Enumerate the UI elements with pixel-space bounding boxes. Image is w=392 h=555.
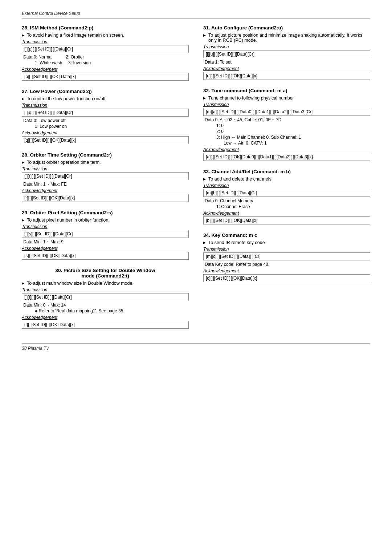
section-32-data-2: 2: 0 — [203, 129, 370, 134]
section-31-title: 31. Auto Configure (Command2:u) — [203, 25, 370, 31]
section-31: 31. Auto Configure (Command2:u) To adjus… — [203, 25, 370, 80]
section-27-ack-label: Acknowledgement — [22, 130, 189, 135]
section-27-data-0: Data 0: Low power off — [22, 118, 189, 123]
section-26-bullet: To avoid having a fixed image remain on … — [22, 33, 189, 38]
section-34-ack-code: [c][ ][Set ID][ ][OK][Data][x] — [203, 274, 370, 282]
section-26-ack-label: Acknowledgement — [22, 67, 189, 72]
section-33-ack-label: Acknowledgement — [203, 211, 370, 216]
section-30-title: 30. Picture Size Setting for Double Wind… — [22, 268, 189, 279]
page: External Control Device Setup 26. ISM Me… — [0, 0, 392, 555]
section-30: 30. Picture Size Setting for Double Wind… — [22, 268, 189, 329]
section-31-data-0: Data 1: To set — [203, 60, 370, 65]
section-34-bullet: To send IR remote key code — [203, 240, 370, 245]
section-30-ack-code: [t][ ][Set ID][ ][OK][Data][x] — [22, 321, 189, 329]
section-28: 28. Orbiter Time Setting (Command2:r) To… — [22, 152, 189, 202]
section-29-ack-code: [s][ ][Set ID][ ][OK][Data][x] — [22, 252, 189, 260]
section-32-data-0: Data 0: Air: 02 ~ 45, Cable: 01, 0E ~ 7D — [203, 117, 370, 122]
section-32-tx-code: [m][a][ ][Set ID][ ][Data0][ ][Data1][ ]… — [203, 108, 370, 116]
section-30-title-line1: 30. Picture Size Setting for Double Wind… — [55, 268, 155, 273]
section-27-tx-code: [j][q][ ][Set ID][ ][Data][Cr] — [22, 109, 189, 117]
section-26-ack-code: [p][ ][Set ID][ ][OK][Data][x] — [22, 73, 189, 81]
section-28-ack-label: Acknowledgement — [22, 188, 189, 193]
section-31-ack-code: [u][ ][Set ID][ ][OK][Data][x] — [203, 72, 370, 80]
section-28-bullet: To adjust orbiter operation time term. — [22, 160, 189, 165]
right-column: 31. Auto Configure (Command2:u) To adjus… — [203, 25, 370, 337]
section-30-data-1: ● Refer to 'Real data mapping1'. See pag… — [22, 308, 189, 313]
section-27-title: 27. Low Power (Command2:q) — [22, 89, 189, 94]
section-34-tx-code: [m][c][ ][Set ID][ ][Data][ ][Cr] — [203, 252, 370, 260]
section-27: 27. Low Power (Command2:q) To control th… — [22, 89, 189, 144]
section-26: 26. ISM Method (Command2:p) To avoid hav… — [22, 25, 189, 81]
section-29-tx-label: Transmission — [22, 224, 189, 229]
section-26-data-0: Data 0: Normal 2: Orbiter — [22, 54, 189, 60]
section-30-ack-label: Acknowledgement — [22, 315, 189, 320]
content: 26. ISM Method (Command2:p) To avoid hav… — [22, 25, 370, 337]
section-33-title: 33. Channel Add/Del (Command: m b) — [203, 169, 370, 174]
section-33-data-1: 1: Channel Erase — [203, 204, 370, 209]
section-34-data-0: Data Key code: Refer to page 40. — [203, 262, 370, 267]
section-29-ack-label: Acknowledgement — [22, 246, 189, 251]
section-30-tx-code: [j][t][ ][Set ID][ ][Data][Cr] — [22, 293, 189, 301]
section-30-bullet: To adjust main window size in Double Win… — [22, 281, 189, 286]
section-26-data-1: 1: White wash 3: Inversion — [22, 60, 189, 65]
section-32-data-1: 1: 0 — [203, 123, 370, 128]
section-29-title: 29. Orbiter Pixel Setting (Command2:s) — [22, 210, 189, 215]
section-33-ack-code: [b][ ][Set ID][ ][OK][Data][x] — [203, 216, 370, 224]
section-30-tx-label: Transmission — [22, 287, 189, 292]
section-28-title: 28. Orbiter Time Setting (Command2:r) — [22, 152, 189, 158]
section-32-data-4: Low → Air: 0, CATV: 1 — [203, 141, 370, 146]
section-29-data-0: Data Min: 1 ~ Max: 9 — [22, 239, 189, 244]
section-28-tx-label: Transmission — [22, 166, 189, 171]
section-32-tx-label: Transmission — [203, 102, 370, 107]
section-26-tx-label: Transmission — [22, 39, 189, 44]
section-31-ack-label: Acknowledgement — [203, 66, 370, 71]
section-32-title: 32. Tune command (Command: m a) — [203, 88, 370, 93]
left-column: 26. ISM Method (Command2:p) To avoid hav… — [22, 25, 189, 337]
section-28-data-0: Data Min: 1 ~ Max: FE — [22, 182, 189, 187]
section-31-bullet: To adjust picture position and minimize … — [203, 33, 370, 43]
section-34-ack-label: Acknowledgement — [203, 268, 370, 274]
section-34-tx-label: Transmission — [203, 247, 370, 252]
section-27-data-1: 1: Low power on — [22, 124, 189, 129]
bottom-divider — [22, 343, 370, 344]
section-26-title: 26. ISM Method (Command2:p) — [22, 25, 189, 31]
section-29-tx-code: [j][s][ ][Set ID][ ][Data][Cr] — [22, 230, 189, 238]
section-32: 32. Tune command (Command: m a) Tune cha… — [203, 88, 370, 161]
section-28-ack-code: [r][ ][Set ID][ ][OK][Data][x] — [22, 194, 189, 202]
section-32-data-3: 3: High → Main Channel: 0, Sub Channel: … — [203, 135, 370, 140]
section-33-tx-code: [m][b][ ][Set ID][ ][Data][Cr] — [203, 189, 370, 197]
section-34-title: 34. Key Command: m c — [203, 232, 370, 238]
section-33: 33. Channel Add/Del (Command: m b) To ad… — [203, 169, 370, 224]
section-26-tx-code: [j][p][ ][Set ID][ ][Data][Cr] — [22, 45, 189, 53]
section-29-bullet: To adjust pixel number in orbiter functi… — [22, 218, 189, 223]
section-27-tx-label: Transmission — [22, 103, 189, 108]
section-31-tx-code: [j][u][ ][Set ID][ ][Data][Cr] — [203, 50, 370, 58]
section-33-bullet: To add and delete the channels — [203, 177, 370, 182]
section-30-data-0: Data Min: 0 ~ Max: 14 — [22, 303, 189, 308]
page-header: External Control Device Setup — [22, 11, 370, 16]
section-29: 29. Orbiter Pixel Setting (Command2:s) T… — [22, 210, 189, 260]
section-27-ack-code: [q][ ][Set ID][ ][OK][Data][x] — [22, 136, 189, 144]
section-30-title-line2: mode (Command2:t) — [81, 273, 129, 279]
section-32-bullet: Tune channel to following physical numbe… — [203, 96, 370, 101]
section-33-tx-label: Transmission — [203, 183, 370, 188]
section-32-ack-label: Acknowledgement — [203, 147, 370, 152]
section-32-ack-code: [a][ ][Set ID][ ][OK][Data0][ ][Data1][ … — [203, 153, 370, 161]
section-33-data-0: Data 0: Channel Memory — [203, 198, 370, 203]
section-27-bullet: To control the low power function on/off… — [22, 96, 189, 101]
page-footer: 38 Plasma TV — [22, 346, 370, 351]
section-34: 34. Key Command: m c To send IR remote k… — [203, 232, 370, 282]
top-divider — [22, 18, 370, 19]
section-28-tx-code: [j][r][ ][Set ID][ ][Data][Cr] — [22, 172, 189, 180]
section-31-tx-label: Transmission — [203, 44, 370, 49]
